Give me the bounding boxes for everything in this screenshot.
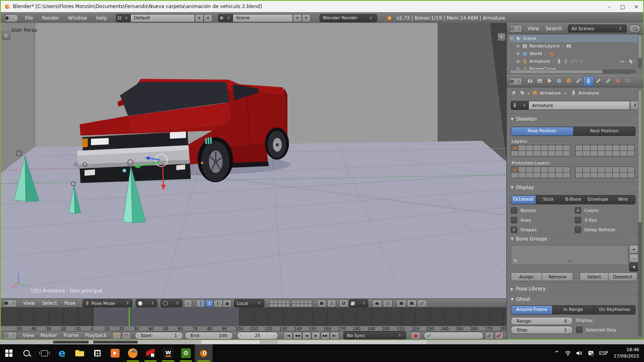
mode-select[interactable]: Pose Mode ⇕ [83,299,132,307]
sync-mode-select[interactable]: No Sync ⇕ [343,331,406,339]
outliner-menu-view[interactable]: View [526,24,541,33]
layer-cell[interactable] [605,167,612,172]
screen-layout-field[interactable]: Default [130,14,195,22]
store-button[interactable] [89,344,106,362]
outliner-row-beziercurve[interactable]: ⊕ BezierCurve [516,65,644,70]
delete-layout-button[interactable]: × [204,14,213,22]
taskbar-search-button[interactable] [18,344,35,362]
layer-cell[interactable] [598,173,605,178]
current-frame-field[interactable]: ‹ 25 › [237,332,278,339]
layer-cell[interactable] [548,151,555,156]
tab-object-data[interactable] [583,76,594,86]
tab-scene[interactable] [545,76,554,86]
names-checkbox[interactable]: ✓ [511,207,517,214]
layer-cell[interactable] [511,151,518,156]
tab-render[interactable] [525,76,535,86]
layer-cell[interactable] [613,167,619,172]
viewport-canvas[interactable]: z User Persp (25) Armature : Giro princi… [1,23,506,298]
layer-cell[interactable] [583,173,590,178]
tab-world[interactable] [554,76,564,86]
jump-to-end-button[interactable]: ▶| [330,332,339,339]
pivot-point-select[interactable]: ⇕ [161,299,182,307]
axes-checkbox[interactable]: ✓ [511,217,517,223]
tray-clock[interactable]: 18:46 17/09/2015 [614,347,639,360]
properties-region-expand-button[interactable]: + [497,33,506,41]
timeline-track[interactable] [1,307,506,326]
layer-cell[interactable] [555,167,562,172]
tab-physics[interactable] [623,76,632,86]
manipulator-toggle[interactable] [196,300,205,307]
maximize-button[interactable]: □ [616,2,630,11]
deselect-button[interactable]: Deselect [609,272,637,281]
layer-cell[interactable] [563,173,570,178]
layer-cell[interactable] [511,167,518,172]
delay-refresh-checkbox[interactable]: ✓ [575,226,581,233]
viewport-editor-type-button[interactable]: ⇕ [3,300,17,307]
layer-cell[interactable] [511,173,518,178]
timeline-editor-type-button[interactable]: ⇕ [3,332,17,339]
viewport-shading-select[interactable]: ⇕ [136,299,157,307]
layer-cell[interactable] [627,167,634,172]
timeline-menu-marker[interactable]: Marker [39,331,58,340]
layer-cell[interactable] [526,167,533,172]
display-octahedral-button[interactable]: Octahedr [511,195,536,204]
layer-cell[interactable] [533,173,540,178]
layer-cell[interactable] [620,167,627,172]
visibility-eye-icon[interactable] [619,59,625,64]
opengl-render-anim-button[interactable] [383,300,392,307]
proportional-edit-button[interactable]: ∅ [327,300,336,307]
blender-taskbar-button[interactable] [195,344,213,362]
tab-bone-constraints[interactable] [603,76,613,86]
timeline-menu-playback[interactable]: Playback [83,331,108,340]
layer-cell[interactable] [598,151,605,156]
layer-cell[interactable] [533,145,540,150]
selectability-cursor-icon[interactable] [628,59,634,64]
layer-cell[interactable] [627,145,634,150]
datablock-browse-button[interactable]: ⇕ [511,101,528,110]
layer-cell[interactable] [576,173,582,178]
breadcrumb-data-label[interactable]: Armature [578,90,599,96]
layer-cell[interactable] [627,151,634,156]
layer-cell[interactable] [583,167,590,172]
snap-toggle-button[interactable] [339,300,348,307]
layer-cell[interactable] [548,167,555,172]
tray-language[interactable]: ESP [599,350,608,356]
adobe-app-button[interactable] [142,344,159,362]
info-editor-type-button[interactable]: ⇕ [4,14,19,22]
layer-cell[interactable] [563,145,570,150]
properties-scrollbar[interactable] [638,89,642,337]
tab-bone[interactable] [594,76,603,86]
ghost-in-range-button[interactable]: In Range [553,306,594,314]
bone-groups-panel-header[interactable]: ▼ Bone Groups :::: [511,236,639,242]
remove-button[interactable]: Remove [542,272,573,281]
layer-cell[interactable] [605,145,612,150]
layer-cell[interactable] [627,173,634,178]
bone-group-remove-button[interactable]: – [629,254,639,263]
layer-cell[interactable] [583,151,590,156]
lock-to-scene-button[interactable] [317,300,326,307]
layer-cell[interactable] [620,145,627,150]
layer-cell[interactable] [533,151,540,156]
outliner-row-renderlayers[interactable]: ⊕ RenderLayers | [516,42,644,50]
viewport-menu-pose[interactable]: Pose [63,299,77,308]
viewport-menu-select[interactable]: Select [40,299,58,308]
wifi-icon[interactable] [565,350,571,356]
outliner-row-scene[interactable]: ⊖ Scene [509,35,639,42]
layer-cell[interactable] [541,145,548,150]
ghost-range-field[interactable]: ‹ Range: 0 › [511,317,573,325]
w-app-button[interactable]: W [159,344,177,362]
layer-cell[interactable] [563,151,570,156]
xray-checkbox[interactable]: ✓ [575,217,581,223]
active-keying-set-field[interactable] [424,332,483,339]
skeleton-panel-header[interactable]: ▼ Skeleton :::: [511,116,639,122]
add-layout-button[interactable]: + [195,14,204,22]
layer-cell[interactable] [613,173,619,178]
timeline-menu-frame[interactable]: Frame [62,331,80,340]
tab-object[interactable] [564,76,574,86]
ghost-around-frame-button[interactable]: Around Frame [511,306,553,314]
delete-scene-button[interactable]: × [302,14,311,22]
ghost-on-keyframes-button[interactable]: On Keyframes [594,306,635,314]
next-keyframe-button[interactable]: ▶▶ [321,332,330,339]
layer-cell[interactable] [541,151,548,156]
layer-cell[interactable] [605,173,612,178]
